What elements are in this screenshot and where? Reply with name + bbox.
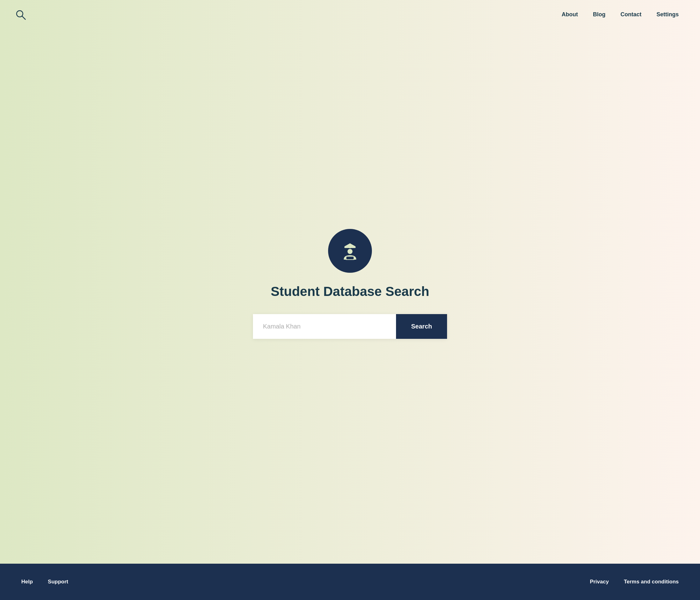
search-icon[interactable] bbox=[15, 9, 26, 20]
header: About Blog Contact Settings bbox=[0, 0, 700, 29]
nav-settings[interactable]: Settings bbox=[650, 9, 685, 20]
nav-about[interactable]: About bbox=[555, 9, 584, 20]
search-input[interactable] bbox=[253, 314, 396, 339]
svg-line-1 bbox=[22, 16, 25, 19]
footer-right-links: Privacy Terms and conditions bbox=[583, 576, 685, 587]
hero-section: Student Database Search Search bbox=[0, 29, 700, 564]
hero-title: Student Database Search bbox=[271, 284, 429, 299]
nav-blog[interactable]: Blog bbox=[587, 9, 612, 20]
svg-point-0 bbox=[17, 10, 23, 17]
svg-rect-6 bbox=[346, 259, 354, 260]
footer-support-link[interactable]: Support bbox=[42, 576, 75, 587]
footer: Help Support Privacy Terms and condition… bbox=[0, 564, 700, 600]
navigation: About Blog Contact Settings bbox=[555, 9, 685, 20]
footer-terms-link[interactable]: Terms and conditions bbox=[618, 576, 685, 587]
footer-privacy-link[interactable]: Privacy bbox=[583, 576, 615, 587]
search-bar: Search bbox=[253, 314, 447, 339]
nav-contact[interactable]: Contact bbox=[614, 9, 648, 20]
svg-rect-5 bbox=[346, 257, 354, 260]
footer-help-link[interactable]: Help bbox=[15, 576, 39, 587]
svg-point-4 bbox=[348, 249, 352, 254]
footer-left-links: Help Support bbox=[15, 576, 75, 587]
student-icon bbox=[328, 229, 372, 273]
search-button[interactable]: Search bbox=[396, 314, 447, 339]
